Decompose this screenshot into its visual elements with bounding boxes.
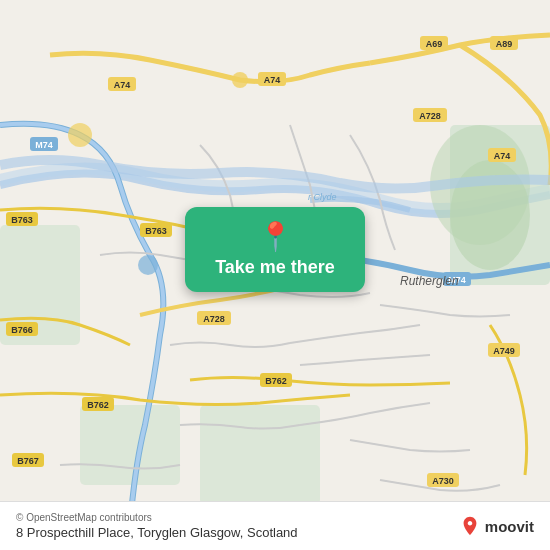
svg-text:B766: B766 <box>11 325 33 335</box>
svg-text:M74: M74 <box>35 140 53 150</box>
address-text: 8 Prospecthill Place, Toryglen Glasgow, … <box>16 525 298 540</box>
svg-text:B762: B762 <box>87 400 109 410</box>
svg-point-7 <box>138 255 158 275</box>
svg-text:A74: A74 <box>264 75 281 85</box>
svg-text:Rutherglen: Rutherglen <box>400 274 459 288</box>
svg-text:B762: B762 <box>265 376 287 386</box>
moovit-logo: moovit <box>459 515 534 537</box>
button-label: Take me there <box>215 257 335 278</box>
svg-text:B763: B763 <box>145 226 167 236</box>
bottom-bar-info: © OpenStreetMap contributors 8 Prospecth… <box>16 512 298 540</box>
svg-text:A749: A749 <box>493 346 515 356</box>
svg-text:r Clyde: r Clyde <box>308 192 337 202</box>
attribution-text: © OpenStreetMap contributors <box>16 512 298 523</box>
take-me-there-button[interactable]: 📍 Take me there <box>185 207 365 292</box>
svg-text:A728: A728 <box>419 111 441 121</box>
svg-text:B763: B763 <box>11 215 33 225</box>
bottom-bar: © OpenStreetMap contributors 8 Prospecth… <box>0 501 550 550</box>
moovit-name: moovit <box>485 518 534 535</box>
svg-point-8 <box>232 72 248 88</box>
svg-rect-3 <box>80 405 180 485</box>
location-pin-icon: 📍 <box>258 223 293 251</box>
svg-point-6 <box>68 123 92 147</box>
svg-text:A728: A728 <box>203 314 225 324</box>
svg-text:A69: A69 <box>426 39 443 49</box>
svg-text:A730: A730 <box>432 476 454 486</box>
map-container: A74 A74 A69 A89 A728 A74 M74 B763 B763 M… <box>0 0 550 550</box>
svg-text:A89: A89 <box>496 39 513 49</box>
moovit-icon <box>459 515 481 537</box>
svg-text:A74: A74 <box>114 80 131 90</box>
svg-text:B767: B767 <box>17 456 39 466</box>
svg-text:A74: A74 <box>494 151 511 161</box>
svg-rect-4 <box>200 405 320 505</box>
